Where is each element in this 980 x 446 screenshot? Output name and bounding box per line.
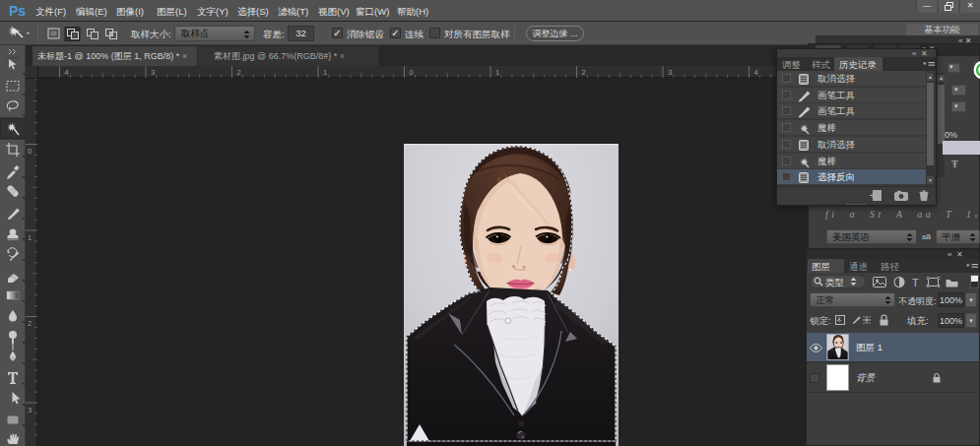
svg-text:1: 1: [323, 68, 327, 77]
svg-text:4: 4: [65, 68, 69, 77]
svg-text:3: 3: [151, 68, 155, 77]
svg-text:0: 0: [410, 68, 414, 77]
svg-text:2: 2: [28, 319, 32, 328]
svg-text:T: T: [912, 277, 919, 288]
svg-text:3: 3: [668, 68, 672, 77]
svg-text:0: 0: [28, 147, 32, 156]
svg-text:3: 3: [28, 406, 32, 414]
svg-text:2: 2: [582, 68, 586, 77]
svg-text:4: 4: [754, 68, 758, 77]
svg-text:1: 1: [28, 233, 32, 242]
svg-text:2: 2: [237, 68, 241, 77]
svg-text:1: 1: [495, 68, 499, 77]
